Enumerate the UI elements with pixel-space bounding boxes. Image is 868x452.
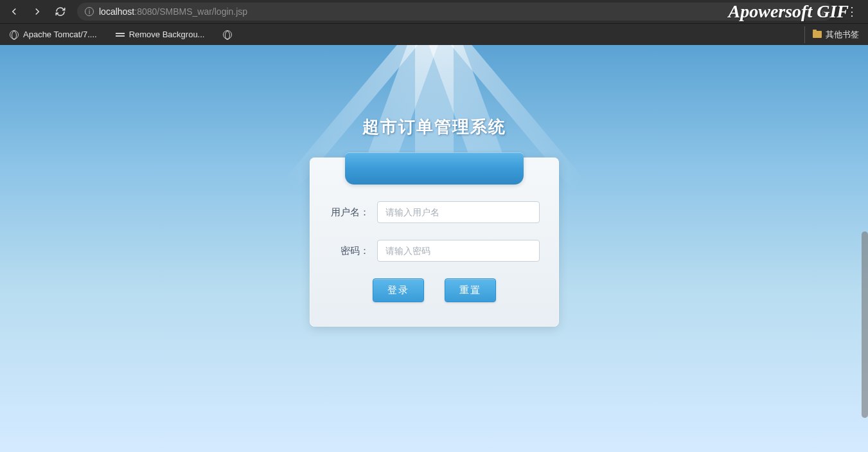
watermark-text: Apowersoft GIF	[729, 1, 849, 22]
password-label: 密码：	[329, 245, 377, 257]
username-label: 用户名：	[329, 206, 377, 219]
stack-icon	[115, 30, 125, 40]
other-bookmarks-label: 其他书签	[826, 29, 859, 41]
page-title: 超市订单管理系统	[0, 45, 868, 138]
back-button[interactable]	[5, 3, 23, 21]
bookmark-remove-background[interactable]: Remove Backgrou...	[111, 27, 209, 42]
bookmark-label: Apache Tomcat/7....	[23, 30, 97, 39]
site-info-icon[interactable]: i	[85, 7, 94, 16]
globe-icon	[9, 30, 19, 40]
other-bookmarks[interactable]: 其他书签	[804, 26, 863, 43]
password-input[interactable]	[377, 240, 540, 262]
folder-icon	[813, 31, 822, 38]
bookmark-empty[interactable]	[218, 27, 236, 42]
url-path: :8080/SMBMS_war/login.jsp	[134, 6, 247, 17]
page-body: 超市订单管理系统 用户名： 密码： 登录 重置	[0, 45, 868, 452]
login-button[interactable]: 登录	[373, 278, 424, 302]
scrollbar[interactable]	[862, 231, 868, 418]
globe-icon	[222, 30, 233, 40]
reset-button[interactable]: 重置	[445, 278, 496, 302]
card-clip-decoration	[345, 152, 524, 185]
bookmark-label: Remove Backgrou...	[129, 30, 205, 39]
username-input[interactable]	[377, 201, 540, 223]
forward-button[interactable]	[28, 3, 46, 21]
address-bar[interactable]: i localhost:8080/SMBMS_war/login.jsp ☆	[77, 3, 833, 21]
login-card: 用户名： 密码： 登录 重置	[310, 158, 559, 327]
bookmark-apache-tomcat[interactable]: Apache Tomcat/7....	[5, 27, 101, 42]
url-host: localhost	[99, 6, 134, 17]
bookmarks-bar: Apache Tomcat/7.... Remove Backgrou... 其…	[0, 23, 868, 45]
reload-button[interactable]	[51, 3, 69, 21]
